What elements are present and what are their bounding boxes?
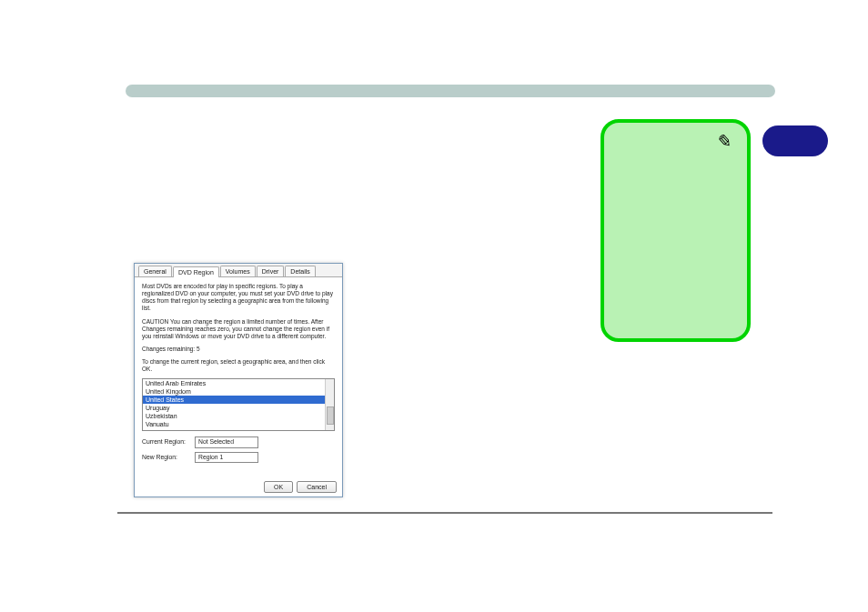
list-item[interactable]: Uzbekistan xyxy=(143,412,334,420)
list-item[interactable]: Vatican City xyxy=(143,428,334,431)
changes-remaining: Changes remaining: 5 xyxy=(142,346,335,353)
header-rule xyxy=(126,85,775,97)
region-listbox[interactable]: United Arab Emirates United Kingdom Unit… xyxy=(142,378,335,431)
list-item[interactable]: United Arab Emirates xyxy=(143,379,334,387)
scrollbar[interactable] xyxy=(325,379,334,430)
tab-details[interactable]: Details xyxy=(285,266,315,276)
intro-text: Most DVDs are encoded for play in specif… xyxy=(142,283,335,313)
dialog-tabs: General DVD Region Volumes Driver Detail… xyxy=(135,264,342,277)
scroll-thumb[interactable] xyxy=(327,406,334,425)
current-region-value: Not Selected xyxy=(195,436,258,447)
tab-driver[interactable]: Driver xyxy=(257,266,285,276)
caution-text: CAUTION You can change the region a limi… xyxy=(142,318,335,340)
footer-rule xyxy=(117,512,772,514)
list-item[interactable]: Vanuatu xyxy=(143,420,334,428)
dvd-region-dialog: General DVD Region Volumes Driver Detail… xyxy=(134,263,343,497)
tab-dvd-region[interactable]: DVD Region xyxy=(173,266,219,277)
page-badge xyxy=(762,125,828,156)
list-item[interactable]: United Kingdom xyxy=(143,387,334,396)
list-item[interactable]: Uruguay xyxy=(143,404,334,412)
dialog-body: Most DVDs are encoded for play in specif… xyxy=(135,277,342,472)
instruction-text: To change the current region, select a g… xyxy=(142,358,335,373)
current-region-row: Current Region: Not Selected xyxy=(142,436,335,447)
pen-icon: ✎ xyxy=(714,129,732,152)
tab-volumes[interactable]: Volumes xyxy=(220,266,256,276)
list-item-selected[interactable]: United States xyxy=(143,396,334,404)
tab-general[interactable]: General xyxy=(138,266,172,276)
new-region-value[interactable]: Region 1 xyxy=(195,452,258,463)
current-region-label: Current Region: xyxy=(142,438,195,446)
dialog-button-row: OK Cancel xyxy=(264,481,337,493)
note-sidebar: ✎ xyxy=(601,119,751,342)
new-region-label: New Region: xyxy=(142,454,195,461)
ok-button[interactable]: OK xyxy=(264,481,293,493)
cancel-button[interactable]: Cancel xyxy=(297,481,337,493)
new-region-row: New Region: Region 1 xyxy=(142,452,335,463)
